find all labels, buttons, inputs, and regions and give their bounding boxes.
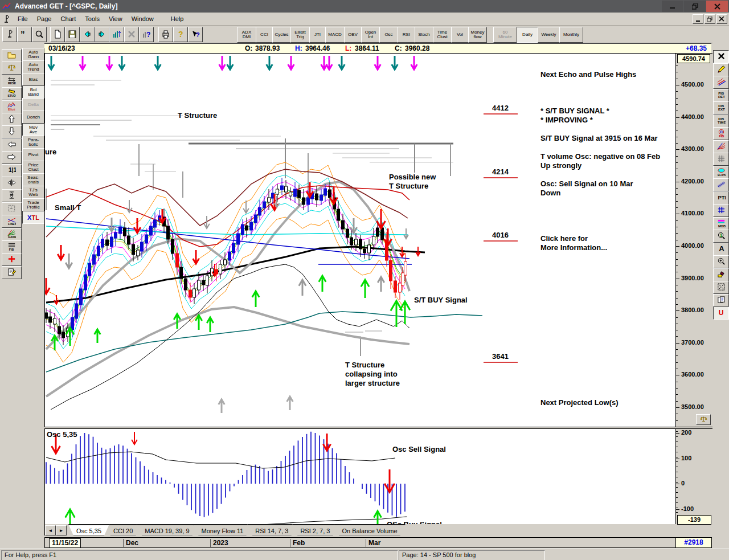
blue-grid-button[interactable] — [713, 204, 729, 217]
pencil-button[interactable] — [713, 63, 729, 76]
fib-tool-button[interactable]: FIB — [2, 240, 22, 254]
study-time-button[interactable]: TimeClust — [433, 27, 452, 43]
regression-button[interactable] — [713, 178, 729, 191]
context-help-button[interactable]: ? — [188, 27, 203, 42]
study-vol-button[interactable]: Vol — [451, 27, 469, 43]
text-tool-button[interactable]: A — [713, 243, 729, 256]
menu-page[interactable]: Page — [32, 14, 56, 24]
sidebar-bias-button[interactable]: Bias — [22, 73, 44, 86]
tab-rsi-2-7-3[interactable]: RSI 2, 7, 3 — [292, 524, 338, 536]
forward-button[interactable] — [95, 27, 109, 42]
study-tool-button[interactable]: STUDY — [2, 87, 22, 100]
pushpin-button[interactable] — [2, 27, 17, 42]
save-button[interactable] — [65, 27, 80, 42]
inspect-button[interactable]: 1 — [713, 230, 729, 243]
mdi-system-icon[interactable] — [3, 15, 10, 23]
quotes-button[interactable]: ” — [17, 27, 32, 42]
price-axis[interactable]: 4590.744500.004400.004300.004200.004100.… — [675, 53, 712, 427]
fan-lines-button[interactable] — [713, 140, 729, 153]
pti-button[interactable]: PTI — [713, 191, 729, 205]
reset-button[interactable]: RESET — [2, 75, 22, 88]
period-daily-button[interactable]: Daily — [517, 27, 538, 43]
crosshair-button[interactable] — [2, 253, 22, 266]
minimize-button[interactable] — [662, 1, 683, 12]
mdi-restore-button[interactable] — [705, 14, 715, 24]
mdi-minimize-button[interactable] — [693, 14, 703, 24]
tab-scroll-right[interactable]: ► — [56, 525, 67, 536]
more-info-link[interactable]: More Information... — [540, 243, 607, 252]
menu-tools[interactable]: Tools — [80, 14, 104, 24]
menu-window[interactable]: Window — [127, 14, 158, 24]
mdi-close-button[interactable] — [716, 14, 727, 24]
tab-scroll-left[interactable]: ◄ — [45, 525, 56, 536]
sidebar-bolband-button[interactable]: BolBand — [22, 85, 44, 99]
fib-ret-button[interactable]: FIBRET — [713, 89, 729, 102]
restore-button[interactable] — [684, 1, 706, 12]
delete-disabled-button[interactable] — [124, 27, 139, 42]
tab-on-balance-volume[interactable]: On Balance Volume — [334, 524, 405, 536]
oscillator-chart[interactable]: Osc 5,35Osc Sell SignalOSc Buy Signal — [44, 428, 676, 525]
study-osc-button[interactable]: Osc — [379, 27, 398, 43]
new-doc-button[interactable] — [50, 27, 65, 42]
magnifier-button[interactable] — [32, 27, 47, 42]
sidebar-pivot-button[interactable]: Pivot — [22, 148, 44, 161]
sidebar-tjsweb-button[interactable]: TJ'sWeb — [22, 186, 44, 199]
study-elliott-button[interactable]: ElliottTrig — [290, 27, 310, 43]
fib-circle-button[interactable]: FIB — [713, 127, 729, 140]
back-button[interactable] — [80, 27, 95, 42]
period-60-button[interactable]: 60Minute — [493, 27, 517, 43]
arrow-up-button[interactable] — [2, 113, 22, 126]
eraser-button[interactable] — [713, 268, 729, 281]
study-obv-button[interactable]: OBV — [344, 27, 362, 43]
refresh-chart-button[interactable] — [109, 27, 124, 42]
arrow-down-button[interactable] — [2, 125, 22, 138]
grid-tool-button[interactable] — [713, 153, 729, 166]
tab-cci-20[interactable]: CCI 20 — [105, 524, 141, 536]
period-weekly-button[interactable]: Weekly — [538, 27, 560, 43]
compress-h-button[interactable] — [2, 177, 22, 190]
fib-time-button[interactable]: FIBTIME — [713, 115, 729, 128]
arrow-left-button[interactable] — [2, 138, 22, 152]
tab-money-flow-11[interactable]: Money Flow 11 — [194, 524, 252, 536]
sidebar-delta-button[interactable]: Delta — [22, 98, 44, 111]
select-cross-button[interactable] — [713, 50, 729, 63]
chart-question-button[interactable]: ? — [139, 27, 154, 42]
study-macd-button[interactable]: MACD — [325, 27, 345, 43]
date-axis[interactable]: 11/15/22Dec2023FebMar#2918 — [44, 537, 712, 548]
price-chart[interactable]: 4412421440163641T StructureureSmall TPos… — [44, 53, 676, 427]
bar-width-button[interactable]: 1|1 — [2, 164, 22, 177]
study-rsi-button[interactable]: RSI — [398, 27, 415, 43]
sidebar-parabolic-button[interactable]: Para-bolic — [22, 136, 44, 149]
tab-macd-19-39-9[interactable]: MACD 19, 39, 9 — [137, 524, 197, 536]
compress-v-button[interactable] — [2, 189, 22, 202]
mob-button[interactable]: MOB — [713, 217, 729, 230]
study-open-button[interactable]: OpenInt — [361, 27, 380, 43]
period-monthly-button[interactable]: Monthly — [559, 27, 583, 43]
gann-tool-button[interactable]: GANN — [2, 228, 22, 241]
close-button[interactable] — [706, 1, 728, 12]
sidebar-autotrend-button[interactable]: AutoTrend — [22, 60, 44, 73]
study-money-button[interactable]: Moneyflow — [468, 27, 487, 43]
oscillator-axis[interactable]: 2001000-100-139 — [675, 428, 712, 525]
expand-button[interactable] — [713, 281, 729, 294]
scale-settings-button[interactable] — [696, 414, 711, 425]
study-cci-button[interactable]: CCI — [256, 27, 273, 43]
more-info-link[interactable]: Click here for — [540, 234, 588, 243]
scales-button[interactable] — [2, 62, 22, 75]
study-jti-button[interactable]: JTI — [309, 27, 326, 43]
sidebar-seasonals-button[interactable]: Seas-onals — [22, 173, 44, 186]
sidebar-xtl-button[interactable]: XTL — [22, 211, 44, 224]
trend-lines-button[interactable] — [713, 76, 729, 89]
tab-rsi-14-7-3[interactable]: RSI 14, 7, 3 — [247, 524, 296, 536]
study-stoch-button[interactable]: Stoch — [415, 27, 433, 43]
sidebar-autogann-button[interactable]: AutoGann — [22, 48, 44, 61]
menu-view[interactable]: View — [104, 14, 127, 24]
sidebar-movave-button[interactable]: MovAve — [22, 123, 44, 136]
menu-help[interactable]: Help — [166, 14, 189, 24]
open-chart-button[interactable] — [2, 49, 22, 62]
study-adx-button[interactable]: ADXDMI — [237, 27, 256, 43]
magnet-button[interactable]: U — [713, 306, 729, 320]
tab-osc-5-35[interactable]: Osc 5,35 — [68, 524, 109, 536]
ellipse-tool-button[interactable]: ELIPS — [713, 166, 729, 179]
menu-file[interactable]: File — [13, 14, 32, 24]
